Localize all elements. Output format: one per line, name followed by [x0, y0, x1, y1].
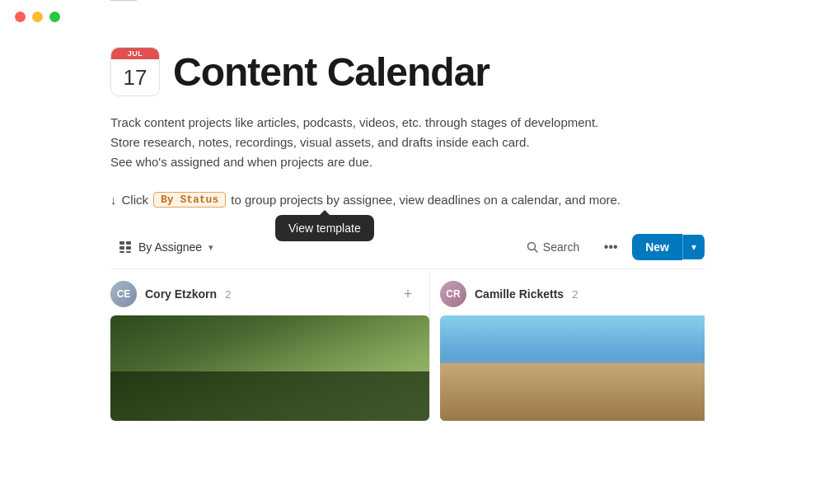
calendar-month: JUL — [111, 48, 159, 59]
column-count-camille: 2 — [572, 288, 578, 301]
avatar-cory: CE — [110, 281, 137, 307]
more-options-button[interactable]: ••• — [597, 234, 624, 260]
column-count-cory: 2 — [225, 288, 231, 301]
group-by-label: By Assignee — [138, 240, 202, 254]
svg-rect-0 — [119, 241, 124, 245]
avatar-camille: CR — [440, 281, 466, 307]
column-name-cory: Cory Etzkorn — [145, 287, 217, 301]
column-header-cory: CE Cory Etzkorn 2 + — [110, 269, 429, 315]
by-status-badge[interactable]: By Status — [153, 192, 226, 208]
search-label: Search — [543, 240, 579, 254]
svg-rect-2 — [119, 246, 124, 250]
group-by-button[interactable]: By Assignee ▾ — [110, 236, 222, 259]
new-dropdown-button[interactable]: ▾ — [682, 235, 705, 259]
column-cory: CE Cory Etzkorn 2 + — [110, 269, 430, 421]
svg-rect-5 — [126, 251, 131, 253]
description-line1: Track content projects like articles, po… — [110, 113, 705, 133]
hint-suffix: to group projects by assignee, view dead… — [231, 193, 621, 207]
column-name-camille: Camille Ricketts — [475, 287, 564, 301]
search-button[interactable]: Search — [517, 236, 589, 259]
svg-line-7 — [534, 250, 537, 253]
calendar-day: 17 — [124, 59, 148, 96]
new-button[interactable]: New — [632, 234, 682, 260]
main-content: JUL 17 Content Calendar Track content pr… — [0, 6, 815, 421]
svg-rect-3 — [126, 246, 131, 250]
grid-icon — [119, 240, 132, 254]
click-hint: ↓ Click By Status to group projects by a… — [110, 192, 705, 208]
column-header-camille: CR Camille Ricketts 2 + — [440, 269, 705, 315]
hint-prefix: Click — [122, 193, 149, 207]
title-row: JUL 17 Content Calendar — [110, 47, 705, 96]
description-line3: See who's assigned and when projects are… — [110, 152, 705, 172]
card-image-building[interactable] — [440, 315, 705, 421]
column-camille: CR Camille Ricketts 2 + — [440, 269, 705, 421]
chevron-down-icon: ▾ — [208, 242, 213, 253]
toolbar-left: By Assignee ▾ — [110, 236, 222, 259]
more-icon: ••• — [604, 240, 618, 254]
hint-arrow: ↓ — [110, 193, 117, 207]
view-template-tooltip[interactable]: View template — [275, 215, 374, 241]
tooltip-label: View template — [288, 222, 361, 235]
page-title: Content Calendar — [173, 49, 489, 95]
search-icon — [527, 241, 538, 253]
svg-rect-4 — [119, 251, 124, 253]
description: Track content projects like articles, po… — [110, 113, 705, 172]
new-dropdown-icon: ▾ — [691, 241, 696, 253]
column-add-cory[interactable]: + — [396, 282, 419, 306]
new-button-group: New ▾ — [632, 234, 705, 260]
toolbar-right: Search ••• New ▾ — [517, 234, 705, 260]
columns-area: CE Cory Etzkorn 2 + CR Camille Ricketts … — [110, 269, 705, 421]
svg-rect-1 — [126, 241, 131, 245]
separator — [110, 0, 137, 1]
card-image-festival[interactable] — [110, 315, 429, 421]
page-icon: JUL 17 — [110, 47, 160, 96]
description-line2: Store research, notes, recordings, visua… — [110, 133, 705, 152]
toolbar: By Assignee ▾ Search ••• New ▾ — [110, 234, 705, 269]
